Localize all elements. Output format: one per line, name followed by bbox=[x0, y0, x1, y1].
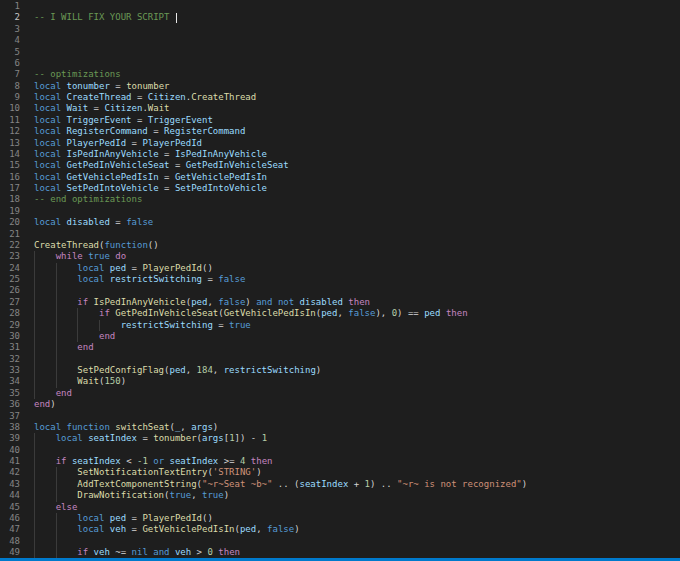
line-number[interactable]: 31 bbox=[0, 342, 20, 353]
line-number[interactable]: 36 bbox=[0, 399, 20, 410]
line-number[interactable]: 19 bbox=[0, 206, 20, 217]
line-number[interactable]: 34 bbox=[0, 376, 20, 387]
code-line[interactable]: 3 bbox=[0, 24, 680, 35]
line-number[interactable]: 22 bbox=[0, 240, 20, 251]
line-number[interactable]: 16 bbox=[0, 172, 20, 183]
code-line[interactable]: 12local RegisterCommand = RegisterComman… bbox=[0, 126, 680, 137]
line-number[interactable]: 8 bbox=[0, 81, 20, 92]
code-line[interactable]: 4 bbox=[0, 35, 680, 46]
line-number[interactable]: 3 bbox=[0, 24, 20, 35]
code-line[interactable]: 19 bbox=[0, 206, 680, 217]
line-number[interactable]: 6 bbox=[0, 58, 20, 69]
code-area[interactable]: 12-- I WILL FIX YOUR SCRIPT 34567-- opti… bbox=[0, 0, 680, 558]
code-line[interactable]: 32 bbox=[0, 354, 680, 365]
line-number[interactable]: 23 bbox=[0, 251, 20, 262]
line-number[interactable]: 46 bbox=[0, 513, 20, 524]
code-line[interactable]: 2-- I WILL FIX YOUR SCRIPT bbox=[0, 12, 680, 23]
code-line[interactable]: 44DrawNotification(true, true) bbox=[0, 490, 680, 501]
code-line[interactable]: 33SetPedConfigFlag(ped, 184, restrictSwi… bbox=[0, 365, 680, 376]
line-number[interactable]: 42 bbox=[0, 467, 20, 478]
line-number[interactable]: 18 bbox=[0, 194, 20, 205]
code-line[interactable]: 47local veh = GetVehiclePedIsIn(ped, fal… bbox=[0, 524, 680, 535]
code-line[interactable]: 24local ped = PlayerPedId() bbox=[0, 263, 680, 274]
code-line[interactable]: 45else bbox=[0, 502, 680, 513]
line-number[interactable]: 39 bbox=[0, 433, 20, 444]
code-line[interactable]: 35end bbox=[0, 388, 680, 399]
code-line[interactable]: 7-- optimizations bbox=[0, 69, 680, 80]
code-line[interactable]: 31end bbox=[0, 342, 680, 353]
code-line[interactable]: 9local CreateThread = Citizen.CreateThre… bbox=[0, 92, 680, 103]
code-line[interactable]: 23while true do bbox=[0, 251, 680, 262]
code-line[interactable]: 43AddTextComponentString("~r~Seat ~b~" .… bbox=[0, 479, 680, 490]
line-number[interactable]: 38 bbox=[0, 422, 20, 433]
line-number[interactable]: 43 bbox=[0, 479, 20, 490]
code-line[interactable]: 41if seatIndex < -1 or seatIndex >= 4 th… bbox=[0, 456, 680, 467]
line-number[interactable]: 27 bbox=[0, 297, 20, 308]
code-line[interactable]: 17local SetPedIntoVehicle = SetPedIntoVe… bbox=[0, 183, 680, 194]
line-number[interactable]: 5 bbox=[0, 47, 20, 58]
code-line[interactable]: 40 bbox=[0, 445, 680, 456]
line-number[interactable]: 14 bbox=[0, 149, 20, 160]
line-number[interactable]: 37 bbox=[0, 411, 20, 422]
code-line[interactable]: 20local disabled = false bbox=[0, 217, 680, 228]
code-line[interactable]: 38local function switchSeat(_, args) bbox=[0, 422, 680, 433]
line-number[interactable]: 13 bbox=[0, 138, 20, 149]
code-line[interactable]: 34Wait(150) bbox=[0, 376, 680, 387]
code-line[interactable]: 39local seatIndex = tonumber(args[1]) - … bbox=[0, 433, 680, 444]
line-number[interactable]: 20 bbox=[0, 217, 20, 228]
code-line[interactable]: 8local tonumber = tonumber bbox=[0, 81, 680, 92]
code-line[interactable]: 16local GetVehiclePedIsIn = GetVehiclePe… bbox=[0, 172, 680, 183]
code-line[interactable]: 27if IsPedInAnyVehicle(ped, false) and n… bbox=[0, 297, 680, 308]
line-number[interactable]: 40 bbox=[0, 445, 20, 456]
code-line[interactable]: 36end) bbox=[0, 399, 680, 410]
line-number[interactable]: 33 bbox=[0, 365, 20, 376]
code-line[interactable]: 30end bbox=[0, 331, 680, 342]
code-line[interactable]: 28if GetPedInVehicleSeat(GetVehiclePedIs… bbox=[0, 308, 680, 319]
code-line[interactable]: 18-- end optimizations bbox=[0, 194, 680, 205]
code-line[interactable]: 37 bbox=[0, 411, 680, 422]
code-line[interactable]: 15local GetPedInVehicleSeat = GetPedInVe… bbox=[0, 160, 680, 171]
code-line[interactable]: 48 bbox=[0, 536, 680, 547]
line-number[interactable]: 10 bbox=[0, 103, 20, 114]
line-number[interactable]: 7 bbox=[0, 69, 20, 80]
line-number[interactable]: 25 bbox=[0, 274, 20, 285]
code-line[interactable]: 42SetNotificationTextEntry('STRING') bbox=[0, 467, 680, 478]
line-number[interactable]: 44 bbox=[0, 490, 20, 501]
code-line[interactable]: 1 bbox=[0, 1, 680, 12]
line-number[interactable]: 15 bbox=[0, 160, 20, 171]
line-number[interactable]: 29 bbox=[0, 320, 20, 331]
line-number[interactable]: 1 bbox=[0, 1, 20, 12]
line-number[interactable]: 28 bbox=[0, 308, 20, 319]
code-line[interactable]: 21 bbox=[0, 229, 680, 240]
code-line[interactable]: 29restrictSwitching = true bbox=[0, 320, 680, 331]
line-number[interactable]: 4 bbox=[0, 35, 20, 46]
code-line[interactable]: 14local IsPedInAnyVehicle = IsPedInAnyVe… bbox=[0, 149, 680, 160]
code-line[interactable]: 49if veh ~= nil and veh > 0 then bbox=[0, 547, 680, 558]
code-line[interactable]: 26 bbox=[0, 285, 680, 296]
code-line[interactable]: 5 bbox=[0, 47, 680, 58]
line-number[interactable]: 12 bbox=[0, 126, 20, 137]
token-keyword: function bbox=[104, 240, 147, 250]
line-number[interactable]: 9 bbox=[0, 92, 20, 103]
code-line[interactable]: 22CreateThread(function() bbox=[0, 240, 680, 251]
line-number[interactable]: 24 bbox=[0, 263, 20, 274]
line-number[interactable]: 21 bbox=[0, 229, 20, 240]
line-number[interactable]: 2 bbox=[0, 12, 20, 23]
code-line[interactable]: 10local Wait = Citizen.Wait bbox=[0, 103, 680, 114]
line-number[interactable]: 30 bbox=[0, 331, 20, 342]
line-number[interactable]: 26 bbox=[0, 285, 20, 296]
line-number[interactable]: 49 bbox=[0, 547, 20, 558]
line-number[interactable]: 17 bbox=[0, 183, 20, 194]
line-number[interactable]: 47 bbox=[0, 524, 20, 535]
line-number[interactable]: 45 bbox=[0, 502, 20, 513]
line-number[interactable]: 32 bbox=[0, 354, 20, 365]
code-line[interactable]: 13local PlayerPedId = PlayerPedId bbox=[0, 138, 680, 149]
line-number[interactable]: 11 bbox=[0, 115, 20, 126]
code-line[interactable]: 11local TriggerEvent = TriggerEvent bbox=[0, 115, 680, 126]
line-number[interactable]: 35 bbox=[0, 388, 20, 399]
code-line[interactable]: 25local restrictSwitching = false bbox=[0, 274, 680, 285]
code-line[interactable]: 46local ped = PlayerPedId() bbox=[0, 513, 680, 524]
line-number[interactable]: 41 bbox=[0, 456, 20, 467]
code-line[interactable]: 6 bbox=[0, 58, 680, 69]
line-number[interactable]: 48 bbox=[0, 536, 20, 547]
